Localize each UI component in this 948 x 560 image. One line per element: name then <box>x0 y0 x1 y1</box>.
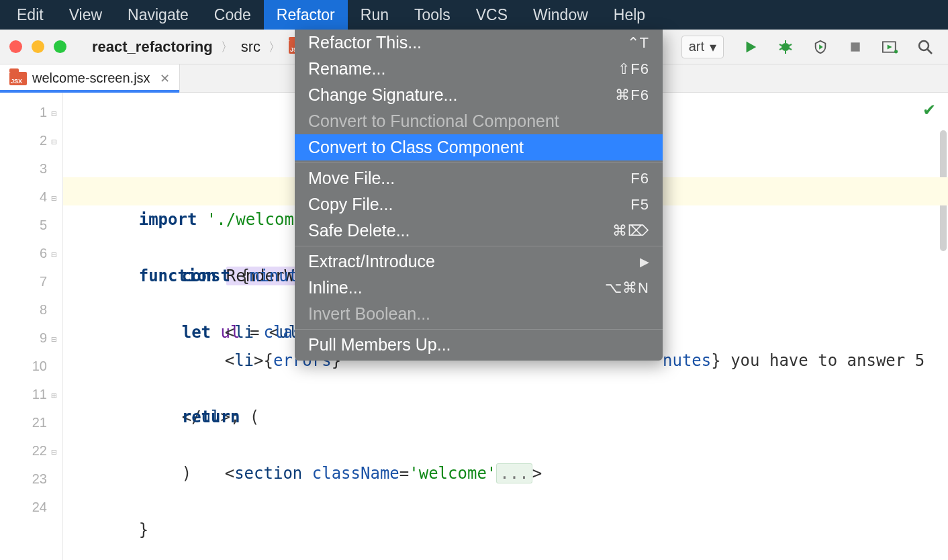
menu-separator <box>295 329 663 330</box>
menu-extract-introduce[interactable]: Extract/Introduce▶ <box>295 248 663 275</box>
svg-marker-11 <box>888 44 892 49</box>
close-tab-icon[interactable]: ✕ <box>160 71 170 86</box>
svg-point-1 <box>781 43 790 51</box>
menu-copy-file[interactable]: Copy File...F5 <box>295 191 663 218</box>
line-number: 8 <box>13 295 47 324</box>
window-close-button[interactable] <box>9 40 22 53</box>
line-number: 1 <box>13 98 47 126</box>
window-maximize-button[interactable] <box>54 40 66 53</box>
run-target-icon[interactable] <box>882 39 898 55</box>
breadcrumb-folder[interactable]: src <box>241 38 260 56</box>
main-menu-bar: Edit View Navigate Code Refactor Run Too… <box>0 0 948 30</box>
chevron-down-icon: ▾ <box>710 39 716 55</box>
menu-inline[interactable]: Inline...⌥⌘N <box>295 275 663 301</box>
menu-separator <box>295 162 663 163</box>
window-controls <box>0 40 80 53</box>
chevron-right-icon: 〉 <box>220 39 234 55</box>
run-icon[interactable] <box>743 39 759 55</box>
refactor-dropdown: Refactor This...⌃T Rename...⇧F6 Change S… <box>295 30 663 361</box>
fold-icon[interactable]: ⊟ <box>51 240 60 255</box>
menu-navigate[interactable]: Navigate <box>115 0 201 30</box>
chevron-right-icon: 〉 <box>267 39 282 55</box>
menu-pull-members-up[interactable]: Pull Members Up... <box>295 332 663 358</box>
submenu-arrow-icon: ▶ <box>640 254 649 269</box>
line-number: 21 <box>13 408 47 436</box>
svg-line-5 <box>789 44 792 46</box>
search-icon[interactable] <box>917 39 933 55</box>
menu-convert-to-class[interactable]: Convert to Class Component <box>295 134 663 160</box>
menu-change-signature[interactable]: Change Signature...⌘F6 <box>295 82 663 108</box>
menu-safe-delete[interactable]: Safe Delete...⌘⌦ <box>295 218 663 244</box>
svg-rect-9 <box>851 42 859 51</box>
fold-icon[interactable]: ⊟ <box>51 128 60 142</box>
menu-code[interactable]: Code <box>201 0 264 30</box>
toolbar-right: art ▾ <box>681 36 948 58</box>
line-number: 2 <box>13 126 47 154</box>
line-number: 6 <box>13 239 47 267</box>
run-config-label: art <box>689 39 704 54</box>
menu-run[interactable]: Run <box>348 0 401 30</box>
menu-move-file[interactable]: Move File...F6 <box>295 165 663 191</box>
breadcrumb-root[interactable]: react_refactoring <box>92 38 213 56</box>
line-number: 5 <box>13 211 47 239</box>
fold-icon[interactable]: ⊟ <box>51 325 60 340</box>
line-number: 4 <box>13 183 47 211</box>
fold-icon[interactable]: ⊟ <box>51 184 60 199</box>
svg-line-7 <box>789 48 792 50</box>
debug-icon[interactable] <box>777 39 794 55</box>
menu-edit[interactable]: Edit <box>4 0 56 30</box>
menu-separator <box>295 246 663 246</box>
stop-icon[interactable] <box>847 39 863 55</box>
jsx-file-icon: JSX <box>9 72 27 85</box>
editor-tab[interactable]: JSX welcome-screen.jsx ✕ <box>0 64 180 92</box>
line-number: 9 <box>13 324 47 352</box>
fold-icon[interactable]: ⊟ <box>51 438 60 453</box>
menu-help[interactable]: Help <box>601 0 658 30</box>
menu-vcs[interactable]: VCS <box>463 0 520 30</box>
menu-view[interactable]: View <box>56 0 115 30</box>
menu-invert-boolean: Invert Boolean... <box>295 301 663 327</box>
coverage-icon[interactable] <box>812 39 828 55</box>
svg-line-6 <box>779 48 782 50</box>
menu-tools[interactable]: Tools <box>401 0 463 30</box>
line-number: 22 <box>13 436 47 465</box>
svg-point-12 <box>894 50 898 53</box>
menu-refactor[interactable]: Refactor <box>264 0 348 30</box>
line-number: 3 <box>13 154 47 183</box>
menu-refactor-this[interactable]: Refactor This...⌃T <box>295 30 663 56</box>
window-minimize-button[interactable] <box>32 40 44 53</box>
line-number: 10 <box>13 352 47 380</box>
svg-point-13 <box>919 41 929 50</box>
fold-icon[interactable]: ⊟ <box>51 99 60 114</box>
svg-line-14 <box>927 49 932 54</box>
line-number: 24 <box>13 493 47 521</box>
menu-rename[interactable]: Rename...⇧F6 <box>295 56 663 82</box>
menu-window[interactable]: Window <box>520 0 601 30</box>
tab-filename: welcome-screen.jsx <box>32 71 150 86</box>
line-number: 23 <box>13 465 47 493</box>
line-number: 7 <box>13 267 47 295</box>
svg-line-4 <box>779 44 782 46</box>
fold-expand-icon[interactable]: ⊞ <box>51 381 60 396</box>
menu-convert-to-functional: Convert to Functional Component <box>295 108 663 134</box>
code-line: } <box>122 520 148 539</box>
svg-marker-8 <box>819 44 823 49</box>
run-configuration-selector[interactable]: art ▾ <box>681 36 724 58</box>
svg-marker-0 <box>747 41 757 52</box>
line-number: 11 <box>13 380 47 408</box>
